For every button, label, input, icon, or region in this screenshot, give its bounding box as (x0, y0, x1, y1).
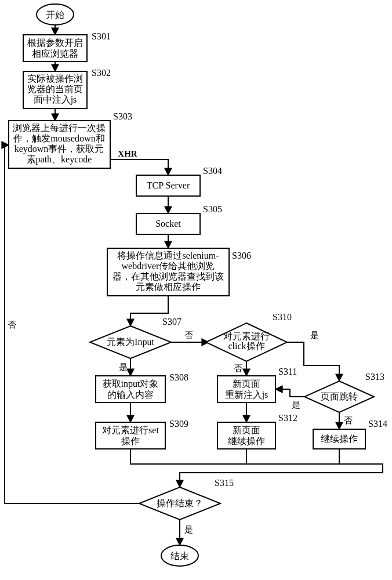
node-s310-line2: click操作 (228, 341, 264, 351)
label-s301: S301 (92, 31, 111, 41)
node-s306-line2: webdriver传给其他浏览 (122, 261, 215, 271)
edge-merge-s315 (130, 449, 383, 487)
node-s309-line1: 对元素进行set (102, 425, 159, 435)
node-s315-text: 操作结束？ (157, 498, 203, 508)
edge-label-s315-no: 否 (8, 320, 16, 329)
edge-label-s310-yes: 是 (310, 331, 319, 340)
node-s314-text: 继续操作 (321, 434, 358, 444)
label-s308: S308 (169, 372, 188, 382)
edge-s315-loop (5, 145, 139, 503)
label-s312: S312 (278, 413, 297, 423)
label-s302: S302 (92, 68, 111, 78)
node-s302-line1: 实际被操作浏 (27, 74, 83, 84)
edge-label-s313-yes: 是 (292, 400, 300, 409)
label-s307: S307 (162, 317, 182, 327)
label-s311: S311 (278, 367, 297, 376)
node-s303-line1: 浏览器上每进行一次操 (13, 123, 106, 133)
node-s304-text: TCP Server (147, 180, 190, 190)
edge-label-xhr: XHR (118, 149, 137, 158)
edge-label-s307-yes: 是 (119, 362, 128, 372)
node-s303-line2: 作，触发mousedown和 (13, 133, 104, 143)
label-s303: S303 (113, 111, 132, 121)
node-s312-line1: 新页面 (233, 425, 260, 435)
node-s305-text: Socket (155, 219, 181, 229)
node-s303-line4: 素path、keycode (27, 154, 92, 165)
edge-label-s315-yes: 是 (184, 525, 193, 534)
node-s301-line2: 相应浏览器 (32, 49, 78, 59)
node-s312-line2: 继续操作 (228, 436, 265, 446)
node-s302-line2: 览器的当前页 (27, 84, 83, 94)
edge-s303-s304 (110, 160, 168, 175)
node-s302-line3: 面中注入js (34, 95, 77, 105)
label-s306: S306 (232, 251, 251, 260)
node-s310-line1: 对元素进行 (223, 331, 270, 341)
label-s315: S315 (215, 478, 234, 488)
node-s301-line1: 根据参数开启 (27, 38, 83, 48)
node-s308-line2: 的输入内容 (107, 390, 154, 400)
node-s306-line3: 器，在其他浏览器查找到该 (112, 271, 224, 281)
node-s309-line2: 操作 (121, 436, 140, 446)
flowchart-diagram: 开始 根据参数开启 相应浏览器 S301 实际被操作浏 览器的当前页 面中注入j… (0, 0, 392, 580)
node-s306-line4: 元素做相应操作 (136, 282, 201, 292)
label-s304: S304 (203, 166, 222, 176)
label-s310: S310 (273, 312, 292, 322)
edge-s313-s311 (275, 389, 304, 397)
node-s307-text: 元素为Input (107, 337, 154, 347)
edge-label-s313-no: 否 (344, 416, 353, 425)
label-s314: S314 (368, 419, 387, 429)
node-s311-line1: 新页面 (233, 379, 260, 389)
node-s306-line1: 将操作信息通过selenium- (117, 251, 219, 260)
label-s313: S313 (365, 372, 384, 382)
edge-label-s310-no: 否 (234, 364, 242, 373)
node-start-text: 开始 (46, 10, 64, 20)
node-s308-line1: 获取input对象 (103, 379, 159, 389)
label-s309: S309 (169, 419, 188, 429)
node-end-text: 结束 (170, 551, 189, 561)
node-s313-text: 页面跳转 (321, 392, 358, 401)
edge-label-s307-no: 否 (184, 331, 193, 340)
label-s305: S305 (203, 204, 222, 214)
node-s311-line2: 重新注入js (225, 390, 268, 400)
node-s303-line3: keydown事件，获取元 (14, 144, 104, 154)
